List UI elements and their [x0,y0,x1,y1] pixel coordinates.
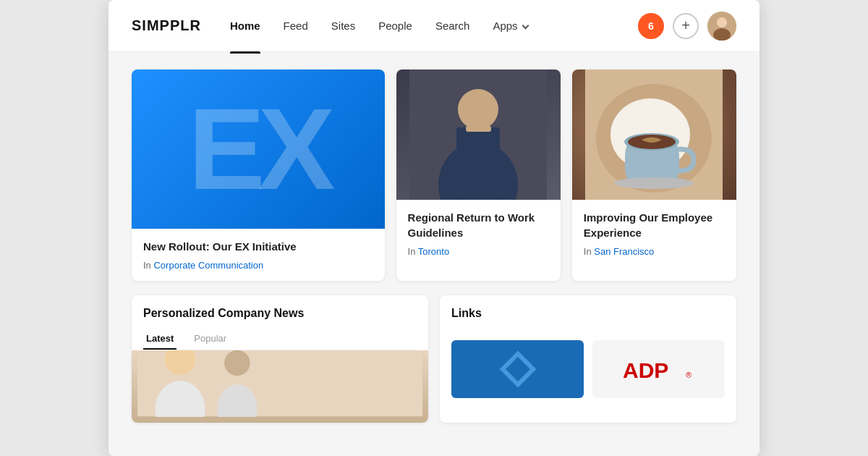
svg-point-1 [717,17,727,28]
nav-right: 6 + [638,12,736,41]
card-ex-initiative[interactable]: EX New Rollout: Our EX Initiative In Cor… [132,69,385,281]
card-ex-image: EX [132,69,385,229]
nav-links: card-ex Home Feed Sites People Search Ap… [230,17,638,35]
card-experience-meta: In San Francisco [584,246,725,257]
svg-text:ADP: ADP [623,358,668,382]
tab-latest[interactable]: Latest [143,329,176,350]
svg-rect-7 [466,126,491,132]
card-experience-title: Improving Our Employee Experience [584,210,725,240]
card-return-body: Regional Return to Work Guidelines In To… [396,200,561,267]
news-section-title: Personalized Company News [143,307,417,320]
apps-chevron-icon [522,22,529,30]
link-logo-blue[interactable] [451,340,584,398]
notification-badge[interactable]: 6 [638,13,664,39]
browser-window: SIMPPLR card-ex Home Feed Sites People S… [109,0,760,456]
svg-point-4 [458,89,498,130]
card-return-meta: In Toronto [408,246,549,257]
news-preview-image [132,350,428,423]
link-logo-adp[interactable]: ADP ® [592,340,725,398]
main-content: EX New Rollout: Our EX Initiative In Cor… [109,52,760,456]
user-avatar[interactable] [707,12,736,41]
ex-graphic-text: EX [188,91,328,207]
news-section-header: Personalized Company News Latest Popular [132,295,428,350]
news-tabs: Latest Popular [143,329,417,350]
bottom-row: Personalized Company News Latest Popular [132,295,736,423]
card-ex-body: New Rollout: Our EX Initiative In Corpor… [132,229,385,281]
nav-sites[interactable]: Sites [331,17,355,35]
news-section-card: Personalized Company News Latest Popular [132,295,428,423]
navbar: SIMPPLR card-ex Home Feed Sites People S… [109,0,760,52]
card-experience-body: Improving Our Employee Experience In San… [572,200,736,267]
tab-popular[interactable]: Popular [191,329,229,350]
nav-home[interactable]: Home [230,17,260,35]
card-experience-in-label: In [584,246,592,257]
card-ex-meta: In Corporate Communication [143,260,373,271]
nav-search[interactable]: Search [435,17,470,35]
links-section-header: Links [440,295,736,320]
links-grid: ADP ® [440,329,736,410]
add-button[interactable]: + [673,13,699,39]
nav-feed[interactable]: Feed [284,17,308,35]
card-ex-title: New Rollout: Our EX Initiative [143,239,373,254]
card-person-image [396,69,561,200]
logo[interactable]: SIMPPLR [132,17,201,34]
card-return-title: Regional Return to Work Guidelines [408,210,549,240]
apps-label: Apps [493,20,517,32]
card-regional-return[interactable]: Regional Return to Work Guidelines In To… [396,69,561,281]
nav-people[interactable]: People [378,17,412,35]
links-section-title: Links [451,307,725,320]
card-experience-category-link[interactable]: San Francisco [594,246,654,257]
card-return-in-label: In [408,246,416,257]
links-section-card: Links ADP ® [440,295,736,423]
card-return-category-link[interactable]: Toronto [418,246,449,257]
nav-apps[interactable]: Apps [493,17,527,35]
featured-row: EX New Rollout: Our EX Initiative In Cor… [132,69,736,281]
card-coffee-image [572,69,736,200]
svg-point-18 [224,350,250,376]
card-ex-in-label: In [143,260,151,271]
svg-point-14 [614,177,694,189]
svg-rect-6 [456,127,500,200]
svg-text:®: ® [686,371,692,379]
card-employee-experience[interactable]: Improving Our Employee Experience In San… [572,69,736,281]
card-ex-category-link[interactable]: Corporate Communication [153,260,263,271]
